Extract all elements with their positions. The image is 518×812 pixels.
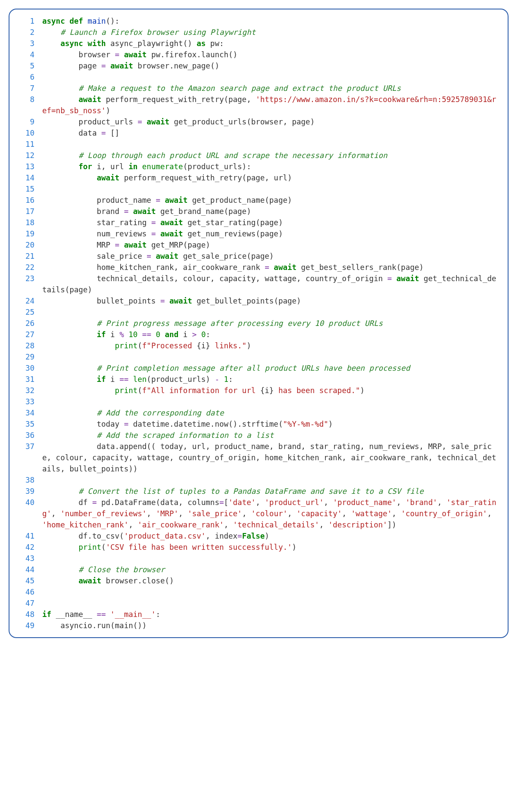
line-number: 25 — [17, 307, 42, 318]
code-line: 20 MRP = await get_MRP(page) — [17, 239, 500, 251]
line-number: 12 — [17, 150, 42, 161]
code-text: asyncio.run(main()) — [42, 620, 500, 631]
code-line: 26 # Print progress message after proces… — [17, 318, 500, 329]
code-line: 2 # Launch a Firefox browser using Playw… — [17, 27, 500, 38]
code-text: df = pd.DataFrame(data, columns=['date',… — [42, 497, 500, 530]
code-line: 15 — [17, 183, 500, 195]
line-number: 23 — [17, 273, 42, 284]
line-number: 9 — [17, 116, 42, 127]
code-text: # Close the browser — [42, 564, 500, 575]
line-number: 35 — [17, 418, 42, 430]
code-line: 25 — [17, 307, 500, 318]
code-text: if i == len(product_urls) - 1: — [42, 374, 500, 385]
code-text: # Print completion message after all pro… — [42, 363, 500, 374]
line-number: 4 — [17, 49, 42, 60]
line-number: 48 — [17, 609, 42, 620]
line-number: 41 — [17, 530, 42, 542]
code-text: for i, url in enumerate(product_urls): — [42, 161, 500, 172]
code-text: sale_price = await get_sale_price(page) — [42, 251, 500, 262]
line-number: 16 — [17, 195, 42, 206]
code-line: 13 for i, url in enumerate(product_urls)… — [17, 161, 500, 172]
code-text: bullet_points = await get_bullet_points(… — [42, 295, 500, 307]
line-number: 1 — [17, 15, 42, 27]
code-text: # Convert the list of tuples to a Pandas… — [42, 486, 500, 497]
code-line: 47 — [17, 598, 500, 609]
code-line: 24 bullet_points = await get_bullet_poin… — [17, 295, 500, 307]
code-line: 23 technical_details, colour, capacity, … — [17, 273, 500, 295]
line-number: 33 — [17, 396, 42, 407]
line-number: 20 — [17, 239, 42, 251]
code-text: product_name = await get_product_name(pa… — [42, 195, 500, 206]
line-number: 10 — [17, 127, 42, 139]
code-line: 1async def main(): — [17, 15, 500, 27]
code-text: # Add the scraped information to a list — [42, 430, 500, 441]
line-number: 21 — [17, 251, 42, 262]
code-line: 7 # Make a request to the Amazon search … — [17, 83, 500, 94]
line-number: 27 — [17, 329, 42, 340]
code-line: 5 page = await browser.new_page() — [17, 60, 500, 71]
code-text: # Launch a Firefox browser using Playwri… — [42, 27, 500, 38]
line-number: 36 — [17, 430, 42, 441]
line-number: 32 — [17, 385, 42, 396]
code-line: 45 await browser.close() — [17, 575, 500, 586]
code-text: # Add the corresponding date — [42, 407, 500, 418]
code-line: 14 await perform_request_with_retry(page… — [17, 172, 500, 183]
code-text: # Print progress message after processin… — [42, 318, 500, 329]
code-line: 8 await perform_request_with_retry(page,… — [17, 94, 500, 116]
code-line: 31 if i == len(product_urls) - 1: — [17, 374, 500, 385]
line-number: 14 — [17, 172, 42, 183]
code-text: technical_details, colour, capacity, wat… — [42, 273, 500, 295]
code-text: page = await browser.new_page() — [42, 60, 500, 71]
line-number: 45 — [17, 575, 42, 586]
code-text: print('CSV file has been written success… — [42, 542, 500, 553]
line-number: 47 — [17, 598, 42, 609]
line-number: 11 — [17, 139, 42, 150]
code-line: 44 # Close the browser — [17, 564, 500, 575]
code-line: 18 star_rating = await get_star_rating(p… — [17, 217, 500, 228]
line-number: 49 — [17, 620, 42, 631]
code-line: 19 num_reviews = await get_num_reviews(p… — [17, 228, 500, 239]
code-line: 9 product_urls = await get_product_urls(… — [17, 116, 500, 127]
line-number: 40 — [17, 497, 42, 508]
code-line: 35 today = datetime.datetime.now().strft… — [17, 418, 500, 430]
line-number: 6 — [17, 71, 42, 83]
code-text: print(f"Processed {i} links.") — [42, 340, 500, 351]
code-line: 10 data = [] — [17, 127, 500, 139]
line-number: 18 — [17, 217, 42, 228]
code-line: 48if __name__ == '__main__': — [17, 609, 500, 620]
code-text: await perform_request_with_retry(page, u… — [42, 172, 500, 183]
code-line: 43 — [17, 553, 500, 564]
line-number: 22 — [17, 262, 42, 273]
line-number: 43 — [17, 553, 42, 564]
code-text: product_urls = await get_product_urls(br… — [42, 116, 500, 127]
code-text: await browser.close() — [42, 575, 500, 586]
line-number: 42 — [17, 542, 42, 553]
code-line: 34 # Add the corresponding date — [17, 407, 500, 418]
line-number: 46 — [17, 586, 42, 598]
code-text: browser = await pw.firefox.launch() — [42, 49, 500, 60]
code-text: # Make a request to the Amazon search pa… — [42, 83, 500, 94]
code-line: 32 print(f"All information for url {i} h… — [17, 385, 500, 396]
code-line: 17 brand = await get_brand_name(page) — [17, 206, 500, 217]
code-text: print(f"All information for url {i} has … — [42, 385, 500, 396]
code-text: if i % 10 == 0 and i > 0: — [42, 329, 500, 340]
code-line: 27 if i % 10 == 0 and i > 0: — [17, 329, 500, 340]
code-text: num_reviews = await get_num_reviews(page… — [42, 228, 500, 239]
code-text: await perform_request_with_retry(page, '… — [42, 94, 500, 116]
code-line: 30 # Print completion message after all … — [17, 363, 500, 374]
code-line: 16 product_name = await get_product_name… — [17, 195, 500, 206]
code-text: data = [] — [42, 127, 500, 139]
code-block: 1async def main():2 # Launch a Firefox b… — [9, 9, 509, 638]
code-text: async def main(): — [42, 15, 500, 27]
code-line: 40 df = pd.DataFrame(data, columns=['dat… — [17, 497, 500, 530]
line-number: 34 — [17, 407, 42, 418]
code-line: 46 — [17, 586, 500, 598]
code-text: # Loop through each product URL and scra… — [42, 150, 500, 161]
code-text: star_rating = await get_star_rating(page… — [42, 217, 500, 228]
code-text: brand = await get_brand_name(page) — [42, 206, 500, 217]
code-line: 33 — [17, 396, 500, 407]
line-number: 44 — [17, 564, 42, 575]
line-number: 19 — [17, 228, 42, 239]
line-number: 2 — [17, 27, 42, 38]
line-number: 17 — [17, 206, 42, 217]
